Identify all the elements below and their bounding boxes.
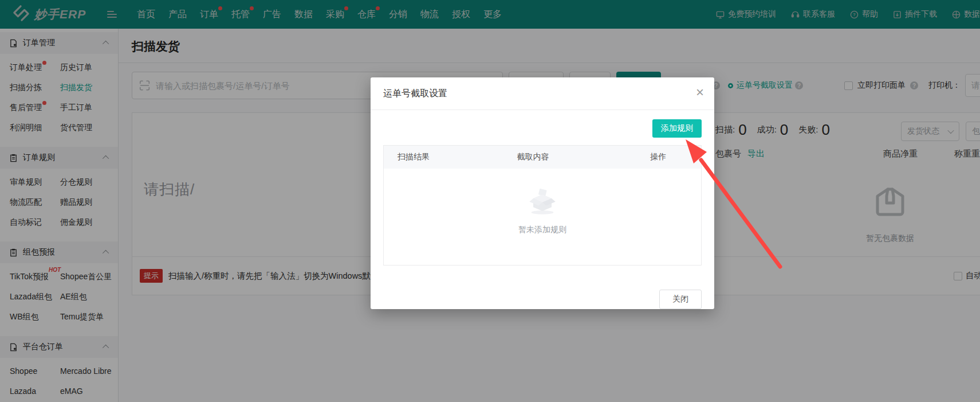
col-actions: 操作 bbox=[650, 152, 701, 162]
rule-table-header: 扫描结果 截取内容 操作 bbox=[384, 146, 701, 169]
rule-empty-text: 暂未添加规则 bbox=[384, 225, 701, 235]
empty-box-icon bbox=[527, 187, 558, 216]
col-intercept-content: 截取内容 bbox=[517, 152, 651, 162]
close-icon[interactable]: × bbox=[696, 85, 704, 99]
tracking-intercept-modal: 运单号截取设置 × 添加规则 扫描结果 截取内容 操作 暂未添加 bbox=[371, 77, 714, 309]
modal-header: 运单号截取设置 × bbox=[371, 77, 714, 110]
modal-body: 添加规则 扫描结果 截取内容 操作 暂未添加规则 bbox=[371, 110, 714, 282]
modal-title: 运单号截取设置 bbox=[383, 88, 447, 100]
add-rule-button[interactable]: 添加规则 bbox=[652, 119, 702, 138]
col-scan-result: 扫描结果 bbox=[384, 152, 517, 162]
rule-table: 扫描结果 截取内容 操作 暂未添加规则 bbox=[383, 145, 702, 266]
close-button[interactable]: 关闭 bbox=[659, 290, 702, 309]
modal-footer: 关闭 bbox=[371, 282, 714, 309]
rule-empty-state: 暂未添加规则 bbox=[384, 187, 701, 235]
